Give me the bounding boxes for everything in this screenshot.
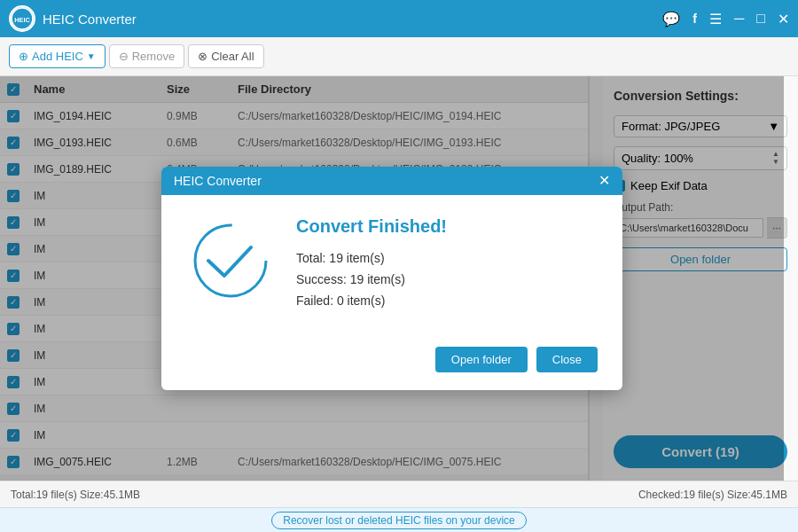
modal-total: Total: 19 item(s) [296,251,598,265]
modal-footer: Open folder Close [161,336,622,390]
modal-icon-area [186,216,275,305]
status-left: Total:19 file(s) Size:45.1MB [11,489,140,501]
maximize-icon[interactable]: □ [756,11,765,27]
title-bar-left: HEIC HEIC Converter [9,5,137,32]
title-bar-controls: 💬 f ☰ ─ □ ✕ [662,11,789,27]
svg-text:HEIC: HEIC [14,16,30,24]
modal-overlay: HEIC Converter ✕ Convert Finished! Total… [0,76,784,481]
clear-icon: ⊗ [198,50,207,63]
title-bar: HEIC HEIC Converter 💬 f ☰ ─ □ ✕ [0,0,798,37]
app-logo: HEIC [9,5,35,32]
clear-all-button[interactable]: ⊗ Clear All [188,44,263,68]
modal-failed: Failed: 0 item(s) [296,293,598,308]
modal-open-folder-button[interactable]: Open folder [435,347,528,372]
status-bar: Total:19 file(s) Size:45.1MB Checked:19 … [0,481,798,507]
dropdown-arrow-icon: ▼ [87,51,96,61]
status-right: Checked:19 file(s) Size:45.1MB [638,489,787,501]
remove-button[interactable]: ⊖ Remove [109,44,184,68]
modal-title: HEIC Converter [174,174,262,188]
toolbar: ⊕ Add HEIC ▼ ⊖ Remove ⊗ Clear All [0,37,798,76]
app-title: HEIC Converter [43,12,137,27]
bottom-bar: Recover lost or deleted HEIC files on yo… [0,507,798,532]
modal-success: Success: 19 item(s) [296,272,598,286]
main-content: Name Size File Directory IMG_0194.HEIC 0… [0,76,798,481]
modal-body: Convert Finished! Total: 19 item(s) Succ… [161,195,622,336]
success-icon [191,221,270,301]
conversion-complete-modal: HEIC Converter ✕ Convert Finished! Total… [161,167,622,390]
modal-finished-title: Convert Finished! [296,216,598,237]
add-icon: ⊕ [19,50,28,63]
add-heic-button[interactable]: ⊕ Add HEIC ▼ [9,44,106,68]
facebook-icon[interactable]: f [692,12,697,26]
svg-point-2 [195,225,266,296]
chat-icon[interactable]: 💬 [662,11,680,27]
menu-icon[interactable]: ☰ [709,11,722,27]
modal-text-area: Convert Finished! Total: 19 item(s) Succ… [296,216,598,315]
modal-header: HEIC Converter ✕ [161,167,622,195]
remove-icon: ⊖ [119,50,129,63]
modal-close-action-button[interactable]: Close [536,347,598,372]
minimize-icon[interactable]: ─ [734,11,744,27]
close-icon[interactable]: ✕ [778,11,789,27]
recover-link[interactable]: Recover lost or deleted HEIC files on yo… [271,512,526,529]
modal-close-btn[interactable]: ✕ [598,174,610,188]
